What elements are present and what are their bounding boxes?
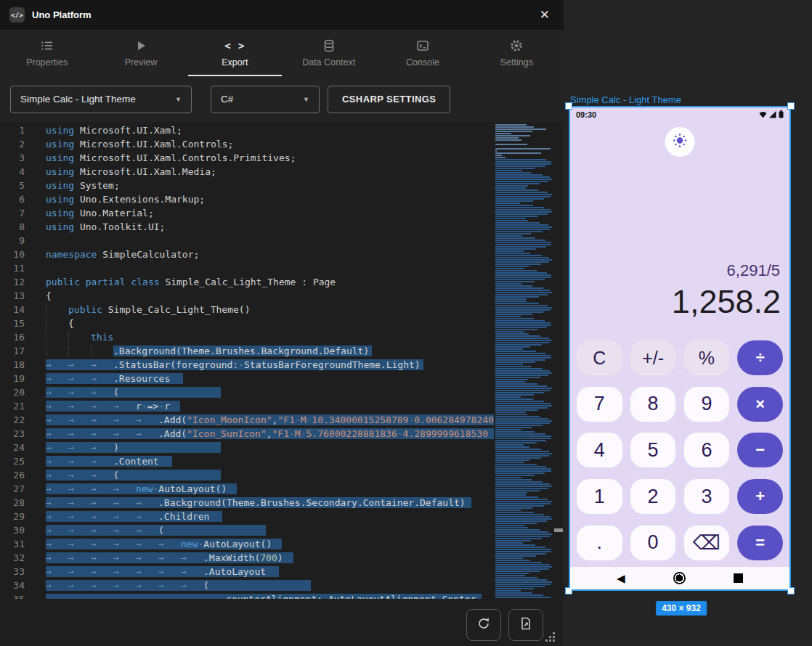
tab-data-context[interactable]: Data Context: [282, 30, 375, 76]
sun-icon: [673, 133, 688, 151]
key-8[interactable]: 8: [630, 387, 676, 422]
key-5[interactable]: 5: [630, 433, 676, 467]
code-line: 17 .Background(Theme.Brushes.Background.…: [0, 346, 494, 359]
code-line: 18→→→.StatusBar(foreground:·StatusBarFor…: [0, 359, 494, 373]
theme-select[interactable]: Simple Calc - Light Theme ▼: [10, 86, 192, 113]
key-plus[interactable]: +: [737, 479, 783, 514]
code-line: 9: [0, 235, 494, 249]
resize-grip[interactable]: [553, 639, 555, 642]
code-line: 4using Microsoft.UI.Xaml.Media;: [0, 166, 494, 180]
recents-icon[interactable]: [734, 573, 743, 583]
preview-canvas[interactable]: Simple Calc - Light Theme 09:30: [564, 0, 812, 646]
calc-keypad: C+/-%÷789×456−123+.0⌫=: [577, 340, 783, 560]
language-select-value: C#: [221, 94, 233, 105]
code-line: 16 this: [0, 332, 494, 346]
phone-label[interactable]: Simple Calc - Light Theme: [570, 94, 681, 105]
properties-list-icon: [41, 39, 54, 52]
code-line: 2using Microsoft.UI.Xaml.Controls;: [0, 139, 494, 152]
code-line: 26→→→(: [0, 470, 494, 483]
code-line: 24→→→): [0, 442, 494, 456]
uno-platform-panel: </> Uno Platform ✕ Properties Preview < …: [0, 0, 564, 646]
preview-play-icon: [134, 39, 147, 52]
code-line: 5using System;: [0, 180, 494, 194]
size-badge: 430 × 932: [656, 601, 707, 616]
key-0[interactable]: 0: [630, 526, 676, 560]
theme-toggle-button[interactable]: [665, 127, 695, 157]
battery-icon: [779, 108, 784, 121]
code-lines: 1using Microsoft.UI.Xaml;2using Microsof…: [0, 125, 494, 599]
code-line: 15 {: [0, 318, 494, 332]
code-line: 35→→→→→→→→counterAlignment:·AutoLayoutAl…: [0, 594, 494, 599]
code-line: 29→→→→→.Children: [0, 511, 494, 525]
titlebar: </> Uno Platform ✕: [0, 0, 564, 30]
key-minus[interactable]: −: [737, 433, 783, 467]
language-select[interactable]: C# ▼: [211, 86, 320, 113]
code-editor[interactable]: 1using Microsoft.UI.Xaml;2using Microsof…: [0, 122, 564, 599]
key-multiply[interactable]: ×: [737, 387, 783, 422]
code-line: 27→→→→new·AutoLayout(): [0, 483, 494, 497]
code-line: 22→→→→→.Add("Icon_MoonIcon","F1·M·10.340…: [0, 414, 494, 428]
code-line: 30→→→→→(: [0, 525, 494, 539]
settings-gear-icon: [510, 39, 523, 52]
toolbar: Simple Calc - Light Theme ▼ C# ▼ CSHARP …: [0, 76, 564, 122]
key-clear[interactable]: C: [577, 340, 622, 375]
android-nav-bar: ◀: [570, 567, 789, 589]
export-code-icon: < >: [224, 39, 245, 52]
theme-select-value: Simple Calc - Light Theme: [20, 94, 136, 105]
scrollbar[interactable]: [553, 122, 564, 599]
tab-label: Export: [222, 57, 248, 68]
code-line: 7using Uno.Material;: [0, 208, 494, 221]
calc-result: 1,258.2: [672, 283, 781, 321]
phone-status-bar: 09:30: [570, 107, 789, 122]
key-divide[interactable]: ÷: [737, 340, 783, 375]
console-terminal-icon: [416, 39, 429, 52]
code-line: 20→→→(: [0, 387, 494, 401]
key-3[interactable]: 3: [684, 479, 730, 514]
uno-platform-logo-icon: </>: [9, 7, 25, 23]
back-icon[interactable]: ◀: [617, 573, 625, 584]
key-decimal[interactable]: .: [577, 526, 622, 560]
status-time: 09:30: [576, 110, 596, 119]
signal-icon: [769, 108, 776, 121]
data-context-database-icon: [322, 39, 336, 52]
tab-export[interactable]: < > Export: [188, 30, 282, 76]
csharp-settings-button[interactable]: CSHARP SETTINGS: [328, 86, 450, 113]
close-icon[interactable]: ✕: [535, 7, 554, 23]
code-line: 32→→→→→→→.MaxWidth(700): [0, 552, 494, 566]
key-7[interactable]: 7: [577, 387, 622, 422]
home-icon[interactable]: [673, 572, 686, 584]
code-line: 33→→→→→→→.AutoLayout: [0, 566, 494, 580]
tab-label: Settings: [500, 57, 533, 68]
tab-console[interactable]: Console: [375, 30, 469, 76]
export-file-button[interactable]: [508, 609, 543, 641]
code-line: 12public partial class Simple_Calc_Light…: [0, 277, 494, 290]
tab-preview[interactable]: Preview: [94, 30, 187, 76]
code-line: 11: [0, 263, 494, 277]
tab-label: Preview: [125, 57, 157, 68]
phone-preview[interactable]: 09:30 6,291/5 1,258.2 C+/-%÷789×456−123+…: [569, 106, 791, 591]
key-plus-minus[interactable]: +/-: [630, 340, 676, 375]
tab-label: Console: [406, 57, 439, 68]
key-4[interactable]: 4: [577, 433, 622, 467]
scrollbar-thumb[interactable]: [554, 528, 563, 532]
key-percent[interactable]: %: [684, 340, 730, 375]
key-6[interactable]: 6: [684, 433, 730, 467]
key-backspace[interactable]: ⌫: [684, 526, 730, 560]
key-2[interactable]: 2: [630, 479, 676, 514]
tab-label: Data Context: [302, 57, 355, 68]
key-1[interactable]: 1: [577, 479, 622, 514]
refresh-button[interactable]: [466, 609, 501, 641]
tabbar: Properties Preview < > Export Data Conte…: [0, 30, 564, 76]
code-line: 8using Uno.Toolkit.UI;: [0, 221, 494, 235]
tab-properties[interactable]: Properties: [0, 30, 94, 76]
code-line: 21→→→→r·=>·r: [0, 401, 494, 414]
tab-settings[interactable]: Settings: [470, 30, 564, 76]
code-line: 13{: [0, 290, 494, 304]
tab-label: Properties: [26, 57, 68, 68]
key-9[interactable]: 9: [684, 387, 730, 422]
key-equals[interactable]: =: [737, 526, 783, 560]
chevron-down-icon: ▼: [175, 96, 182, 103]
minimap[interactable]: [495, 124, 553, 599]
code-line: 10namespace SimpleCalculator;: [0, 249, 494, 263]
code-line: 28→→→→→.Background(Theme.Brushes.Seconda…: [0, 497, 494, 511]
